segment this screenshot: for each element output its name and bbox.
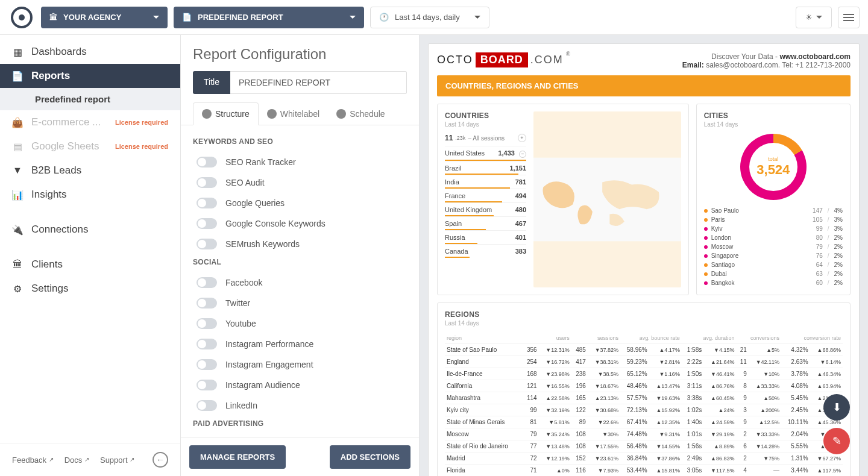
nav-clients[interactable]: 🏛Clients (0, 252, 180, 277)
chevron-down-icon (153, 16, 159, 19)
nav-connections[interactable]: 🔌Connections (0, 218, 180, 242)
agency-dropdown[interactable]: 🏛 YOUR AGENCY (41, 7, 168, 28)
toggle-google-console-keywords[interactable]: Google Console Keywords (193, 213, 407, 234)
cities-panel: CITIES Last 14 days total3,524 Sao Paulo… (696, 104, 851, 295)
nav-label: Predefined report (35, 94, 110, 104)
theme-toggle[interactable]: ☀ (796, 7, 832, 28)
toggle-switch[interactable] (197, 239, 217, 249)
toggle-label: Twitter (225, 298, 250, 308)
tab-whitelabel[interactable]: Whitelabel (259, 102, 328, 125)
toggle-switch[interactable] (197, 359, 217, 370)
support-link[interactable]: Support ↗ (100, 456, 134, 465)
world-map (533, 111, 681, 287)
feedback-link[interactable]: Feedback ↗ (12, 456, 54, 465)
nav-predefined-report[interactable]: Predefined report (0, 88, 180, 110)
nav-insights[interactable]: 📊Insights (0, 183, 180, 207)
toggle-seo-audit[interactable]: SEO Audit (193, 172, 407, 193)
regions-panel: REGIONS Last 14 days regionuserssessions… (437, 302, 851, 476)
toggle-switch[interactable] (197, 218, 217, 229)
toggle-instagram-performance[interactable]: Instagram Performance (193, 334, 407, 354)
toggle-switch[interactable] (197, 318, 217, 329)
panel-title: COUNTRIES (445, 111, 526, 120)
toggle-label: Instagram Performance (225, 339, 313, 349)
toggle-seo-rank-tracker[interactable]: SEO Rank Tracker (193, 152, 407, 172)
expand-icon[interactable]: + (518, 134, 526, 142)
toggle-switch[interactable] (197, 198, 217, 208)
country-row: Brazil1,151 (445, 161, 526, 175)
toggle-label: Youtube (225, 319, 256, 328)
toggle-instagram-audience[interactable]: Instagram Audience (193, 375, 407, 395)
country-row: United Kingdom480 (445, 202, 526, 216)
external-icon: ↗ (130, 456, 134, 463)
chevron-down-icon (350, 16, 356, 19)
hamburger-menu[interactable] (838, 7, 860, 28)
nav-google-sheets[interactable]: ▤Google SheetsLicense required (0, 134, 180, 158)
license-badge: License required (115, 143, 168, 150)
toggle-label: SEMrush Keywords (225, 239, 300, 249)
daterange-dropdown[interactable]: 🕐 Last 14 days, daily (370, 7, 489, 28)
tab-structure[interactable]: Structure (193, 102, 259, 125)
external-icon: ↗ (84, 456, 89, 463)
city-row: Moscow79/2% (704, 242, 843, 251)
toggle-semrush-keywords[interactable]: SEMrush Keywords (193, 234, 407, 254)
back-button[interactable]: ← (153, 452, 168, 468)
add-sections-button[interactable]: ADD SECTIONS (330, 445, 410, 469)
nav-label: Connections (31, 224, 89, 236)
table-row: Ile-de-France168▼23.98%238▼38.5%65.12%▼1… (445, 368, 843, 380)
toggle-twitter[interactable]: Twitter (193, 293, 407, 313)
download-fab[interactable]: ⬇ (823, 394, 850, 421)
toggle-linkedin[interactable]: LinkedIn (193, 395, 407, 416)
schedule-icon (336, 109, 346, 119)
section-header-seo: KEYWORDS AND SEO (193, 137, 407, 146)
nav-label: E-commerce ... (31, 116, 101, 128)
nav-label: B2B Leads (31, 164, 81, 177)
panel-subtitle: Last 14 days (704, 121, 843, 128)
panel-subtitle: Last 14 days (445, 121, 526, 128)
panel-title: REGIONS (445, 310, 843, 319)
toggle-switch[interactable] (197, 400, 217, 411)
report-dropdown[interactable]: 📄 PREDEFINED REPORT (174, 7, 364, 28)
nav-b2b-leads[interactable]: ▼B2B Leads (0, 158, 180, 183)
toggle-youtube[interactable]: Youtube (193, 313, 407, 334)
nav-ecommerce[interactable]: 👜E-commerce ...License required (0, 110, 180, 134)
section-header-social: SOCIAL (193, 258, 407, 266)
agency-label: YOUR AGENCY (63, 13, 121, 22)
nav-label: Clients (31, 258, 63, 271)
toggle-switch[interactable] (197, 177, 217, 188)
toggle-google-queries[interactable]: Google Queries (193, 193, 407, 213)
clock-icon: 🕐 (379, 13, 389, 22)
panel-subtitle: Last 14 days (445, 320, 843, 327)
report-preview: OCTO BOARD .COM ® Discover Your Data - w… (420, 35, 868, 476)
toggle-label: Google Queries (225, 198, 285, 208)
nav-reports[interactable]: 📄Reports (0, 64, 180, 88)
clients-icon: 🏛 (12, 259, 23, 270)
structure-icon (202, 109, 212, 119)
country-row: Russia401 (445, 230, 526, 244)
regions-table: regionuserssessionsavg. bounce rateavg. … (445, 333, 843, 476)
title-input[interactable] (230, 71, 407, 94)
plug-icon: 🔌 (12, 224, 23, 235)
table-row: State of Minas Gerais81▼5.81%89▼22.6%67.… (445, 416, 843, 428)
toggle-switch[interactable] (197, 339, 217, 349)
config-heading: Report Configuration (181, 35, 419, 71)
toggle-switch[interactable] (197, 298, 217, 308)
toggle-switch[interactable] (197, 380, 217, 390)
docs-link[interactable]: Docs ↗ (64, 456, 89, 465)
city-row: London80/2% (704, 233, 843, 242)
edit-fab[interactable]: ✎ (823, 428, 850, 454)
nav-dashboards[interactable]: ▦Dashboards (0, 40, 180, 64)
toggle-switch[interactable] (197, 157, 217, 168)
toggle-facebook[interactable]: Facebook (193, 272, 407, 293)
download-icon: ⬇ (832, 401, 841, 414)
manage-reports-button[interactable]: MANAGE REPORTS (189, 445, 286, 469)
nav-settings[interactable]: ⚙Settings (0, 277, 180, 301)
dashboards-icon: ▦ (12, 46, 23, 57)
city-row: Bangkok60/2% (704, 278, 843, 287)
toggle-instagram-engagement[interactable]: Instagram Engagement (193, 354, 407, 375)
toggle-switch[interactable] (197, 277, 217, 288)
reports-icon: 📄 (12, 70, 23, 81)
countries-panel: COUNTRIES Last 14 days 11.23k – All sess… (437, 104, 689, 295)
country-row: Canada383 (445, 244, 526, 258)
table-row: State of Rio de Janeiro77▼13.48%108▼17.5… (445, 440, 843, 453)
tab-schedule[interactable]: Schedule (328, 102, 393, 125)
